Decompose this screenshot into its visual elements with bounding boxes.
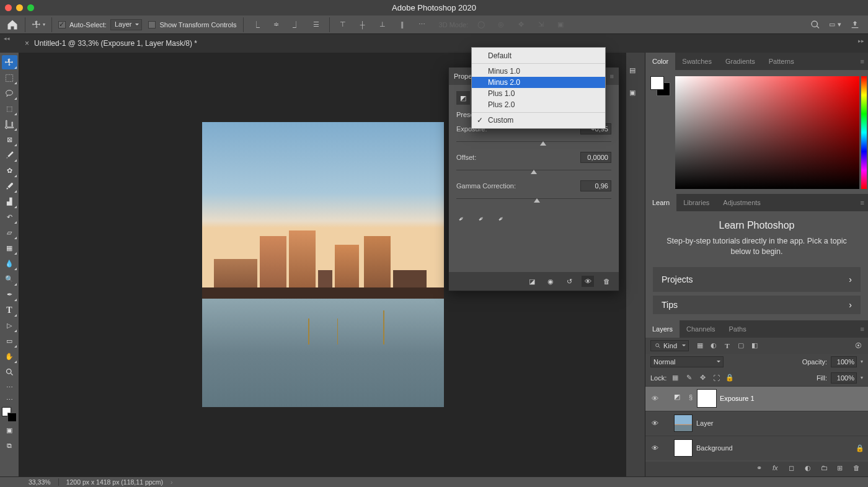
status-flyout-icon[interactable]: › bbox=[170, 478, 173, 486]
view-previous-icon[interactable]: ◉ bbox=[544, 276, 557, 287]
brush-tool[interactable] bbox=[2, 179, 17, 193]
delete-adjustment-icon[interactable]: 🗑 bbox=[600, 276, 613, 287]
layer-thumb[interactable] bbox=[674, 439, 693, 457]
frame-tool[interactable]: ⊠ bbox=[2, 133, 17, 147]
background-color[interactable] bbox=[7, 413, 17, 422]
fill-flyout-icon[interactable]: ▾ bbox=[861, 375, 863, 380]
lock-position-icon[interactable]: ✥ bbox=[698, 373, 707, 383]
reset-icon[interactable]: ↺ bbox=[563, 276, 575, 287]
blur-tool[interactable]: 💧 bbox=[2, 257, 17, 271]
exposure-slider[interactable] bbox=[456, 136, 611, 147]
preset-item-custom[interactable]: Custom bbox=[472, 115, 605, 126]
eyedropper-gray-icon[interactable]: ✒ bbox=[476, 210, 492, 226]
align-left-icon[interactable]: ⎿ bbox=[250, 18, 264, 32]
learn-projects-button[interactable]: Projects› bbox=[653, 267, 861, 292]
align-center-v-icon[interactable]: ┼ bbox=[356, 18, 370, 32]
filter-shape-icon[interactable]: ▢ bbox=[736, 341, 746, 351]
new-adjustment-icon[interactable]: ◐ bbox=[805, 464, 815, 474]
preset-item-plus-2[interactable]: Plus 2.0 bbox=[472, 99, 605, 110]
preview-toggle-icon[interactable]: 👁 bbox=[582, 276, 594, 287]
more-options-icon[interactable]: ⋯ bbox=[415, 18, 429, 32]
layer-row[interactable]: 👁 ◩ § Exposure 1 bbox=[645, 386, 868, 411]
gradient-tool[interactable]: ▦ bbox=[2, 241, 17, 255]
preset-item-minus-2[interactable]: Minus 2.0 bbox=[472, 77, 605, 88]
preset-item-default[interactable]: Default bbox=[472, 50, 605, 61]
device-preview-icon[interactable]: ▣ bbox=[629, 89, 642, 101]
visibility-toggle-icon[interactable]: 👁 bbox=[649, 395, 660, 402]
layer-name[interactable]: Layer bbox=[696, 419, 714, 427]
tab-color[interactable]: Color bbox=[645, 53, 675, 70]
panel-menu-icon[interactable]: ≡ bbox=[861, 199, 864, 206]
tab-layers[interactable]: Layers bbox=[645, 320, 680, 338]
clip-to-layer-icon[interactable]: ◪ bbox=[526, 276, 538, 287]
tab-learn[interactable]: Learn bbox=[645, 194, 676, 211]
type-tool[interactable]: T bbox=[2, 303, 17, 317]
lasso-tool[interactable] bbox=[2, 86, 17, 100]
filter-kind-dropdown[interactable]: Kind bbox=[650, 340, 689, 351]
opacity-flyout-icon[interactable]: ▾ bbox=[861, 359, 863, 364]
show-transform-checkbox[interactable] bbox=[148, 21, 156, 29]
lock-transparency-icon[interactable]: ▦ bbox=[670, 373, 680, 383]
share-icon[interactable] bbox=[848, 18, 862, 32]
align-spacing-icon[interactable]: ‖ bbox=[396, 18, 409, 32]
collapse-right-icon[interactable]: ▸▸ bbox=[858, 38, 864, 44]
zoom-tool[interactable] bbox=[2, 365, 17, 379]
rect-marquee-tool[interactable] bbox=[2, 71, 17, 85]
align-bottom-icon[interactable]: ⊥ bbox=[376, 18, 389, 32]
blend-mode-dropdown[interactable]: Normal bbox=[650, 356, 724, 367]
layer-name[interactable]: Exposure 1 bbox=[720, 395, 755, 402]
filter-smartobj-icon[interactable]: ◧ bbox=[750, 341, 760, 351]
screen-mode-toggle[interactable]: ⧉ bbox=[2, 439, 17, 453]
move-tool[interactable] bbox=[2, 55, 17, 69]
align-right-icon[interactable]: ⏌ bbox=[290, 18, 303, 32]
align-center-h-icon[interactable]: ≑ bbox=[270, 18, 283, 32]
layer-effects-icon[interactable]: fx bbox=[773, 464, 782, 474]
layer-mask-thumb[interactable] bbox=[698, 390, 716, 407]
history-panel-icon[interactable]: ▤ bbox=[629, 66, 642, 79]
tab-paths[interactable]: Paths bbox=[722, 320, 753, 338]
foreground-background-swatch[interactable] bbox=[2, 407, 17, 422]
lock-paint-icon[interactable]: ✎ bbox=[684, 373, 694, 383]
quickmask-toggle[interactable]: ▣ bbox=[2, 423, 17, 437]
panel-menu-icon[interactable]: ≡ bbox=[610, 72, 614, 80]
visibility-toggle-icon[interactable]: 👁 bbox=[649, 419, 660, 427]
offset-slider[interactable] bbox=[456, 164, 611, 175]
properties-tab[interactable]: Prope bbox=[454, 72, 472, 80]
color-picker-field[interactable] bbox=[675, 76, 859, 189]
hand-tool[interactable]: ✋ bbox=[2, 349, 17, 364]
tab-channels[interactable]: Channels bbox=[680, 320, 722, 338]
offset-value-input[interactable] bbox=[580, 152, 611, 163]
document-dimensions[interactable]: 1200 px x 1418 px (118,11 ppcm) bbox=[66, 478, 163, 486]
shape-tool[interactable]: ▭ bbox=[2, 334, 17, 348]
add-mask-icon[interactable]: ◻ bbox=[789, 464, 799, 474]
tab-swatches[interactable]: Swatches bbox=[675, 53, 719, 70]
eyedropper-white-icon[interactable]: ✒ bbox=[496, 210, 512, 226]
eyedropper-tool[interactable] bbox=[2, 148, 17, 162]
delete-layer-icon[interactable]: 🗑 bbox=[853, 464, 863, 474]
stamp-tool[interactable]: ▟ bbox=[2, 195, 17, 209]
edit-toolbar-icon[interactable]: ⋯ bbox=[2, 396, 17, 403]
tab-patterns[interactable]: Patterns bbox=[762, 53, 801, 70]
auto-select-target-dropdown[interactable]: Layer bbox=[110, 19, 143, 30]
more-tools-icon[interactable]: ⋯ bbox=[2, 380, 17, 395]
collapse-left-icon[interactable]: ◂◂ bbox=[4, 35, 864, 42]
healing-brush-tool[interactable]: ✿ bbox=[2, 164, 17, 178]
tab-gradients[interactable]: Gradients bbox=[719, 53, 762, 70]
fill-input[interactable] bbox=[831, 372, 857, 384]
home-icon[interactable] bbox=[6, 19, 19, 31]
preset-item-minus-1[interactable]: Minus 1.0 bbox=[472, 66, 605, 77]
hue-slider[interactable] bbox=[861, 76, 867, 189]
workspace-switcher-icon[interactable]: ▭ ▾ bbox=[828, 18, 842, 32]
layer-thumb[interactable] bbox=[674, 415, 693, 432]
search-icon[interactable] bbox=[808, 18, 822, 32]
new-group-icon[interactable]: 🗀 bbox=[821, 464, 831, 474]
align-top-icon[interactable]: ⊤ bbox=[336, 18, 350, 32]
tab-libraries[interactable]: Libraries bbox=[676, 194, 716, 211]
path-select-tool[interactable]: ▷ bbox=[2, 318, 17, 333]
gamma-slider[interactable] bbox=[456, 193, 611, 204]
color-swatch-pair[interactable] bbox=[650, 76, 664, 90]
eyedropper-black-icon[interactable]: ✒ bbox=[456, 210, 472, 226]
panel-menu-icon[interactable]: ≡ bbox=[861, 58, 864, 65]
move-tool-icon[interactable]: ▾ bbox=[32, 18, 45, 32]
history-brush-tool[interactable]: ↶ bbox=[2, 210, 17, 224]
